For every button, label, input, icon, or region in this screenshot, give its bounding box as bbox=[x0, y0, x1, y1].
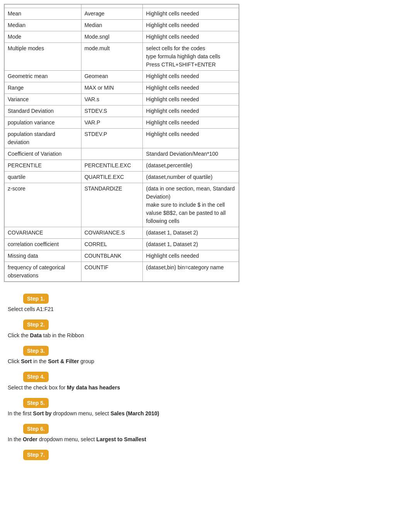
table-cell: Standard Deviation/Mean*100 bbox=[143, 148, 239, 160]
step-text: In the Order dropdown menu, select Large… bbox=[8, 435, 402, 444]
table-cell: Highlight cells needed bbox=[143, 31, 239, 43]
table-cell: QUARTILE.EXC bbox=[81, 172, 143, 183]
header-equation bbox=[143, 5, 239, 8]
step-block: Step 5.In the first Sort by dropdown men… bbox=[8, 398, 402, 418]
table-cell: frequency of categorical observations bbox=[5, 262, 81, 282]
table-cell: Highlight cells needed bbox=[143, 94, 239, 105]
table-cell: Average bbox=[81, 8, 143, 20]
step-block: Step 3.Click Sort in the Sort & Filter g… bbox=[8, 346, 402, 365]
table-cell: Median bbox=[81, 20, 143, 31]
table-cell: population variance bbox=[5, 117, 81, 129]
table-cell: VAR.s bbox=[81, 94, 143, 105]
table-cell: z-score bbox=[5, 183, 81, 227]
table-cell: Mean bbox=[5, 8, 81, 20]
table-cell: MAX or MIN bbox=[81, 82, 143, 94]
table-cell: STANDARDIZE bbox=[81, 183, 143, 227]
step-text: Select the check box for My data has hea… bbox=[8, 384, 402, 392]
step-badge: Step 2. bbox=[23, 320, 49, 330]
header-function bbox=[81, 5, 143, 8]
step-block: Step 6.In the Order dropdown menu, selec… bbox=[8, 424, 402, 444]
table-cell: Highlight cells needed bbox=[143, 105, 239, 117]
step-text: Select cells A1:F21 bbox=[8, 305, 402, 313]
table-cell: Highlight cells needed bbox=[143, 117, 239, 129]
step-block: Step 7. bbox=[8, 450, 402, 461]
table-cell: STDEV.S bbox=[81, 105, 143, 117]
stats-table: MeanAverageHighlight cells neededMedianM… bbox=[4, 4, 239, 282]
table-cell: mode.mult bbox=[81, 43, 143, 71]
table-cell: Highlight cells needed bbox=[143, 71, 239, 82]
step-badge: Step 6. bbox=[23, 424, 49, 434]
table-cell: Standard Deviation bbox=[5, 105, 81, 117]
table-cell: COUNTIF bbox=[81, 262, 143, 282]
step-text: Click the Data tab in the Ribbon bbox=[8, 331, 402, 340]
table-cell: Highlight cells needed bbox=[143, 129, 239, 148]
table-cell: PERCENTILE bbox=[5, 160, 81, 172]
step-text: Click Sort in the Sort & Filter group bbox=[8, 357, 402, 365]
step-block: Step 2.Click the Data tab in the Ribbon bbox=[8, 320, 402, 339]
step-badge: Step 3. bbox=[23, 346, 49, 356]
table-cell: Missing data bbox=[5, 250, 81, 262]
table-cell: Highlight cells needed bbox=[143, 250, 239, 262]
step-badge: Step 4. bbox=[23, 372, 49, 382]
table-cell: Highlight cells needed bbox=[143, 8, 239, 20]
table-cell: Geometric mean bbox=[5, 71, 81, 82]
table-cell: (dataset 1, Dataset 2) bbox=[143, 239, 239, 250]
table-cell: Highlight cells needed bbox=[143, 20, 239, 31]
table-cell: Range bbox=[5, 82, 81, 94]
table-cell: (dataset 1, Dataset 2) bbox=[143, 227, 239, 239]
table-cell bbox=[81, 148, 143, 160]
table-cell: COVARIANCE bbox=[5, 227, 81, 239]
table-cell: Multiple modes bbox=[5, 43, 81, 71]
table-cell: Median bbox=[5, 20, 81, 31]
table-cell: Mode bbox=[5, 31, 81, 43]
table-cell: (dataset,percentile) bbox=[143, 160, 239, 172]
step-badge: Step 5. bbox=[23, 398, 49, 408]
table-cell: (data in one section, mean, Standard Dev… bbox=[143, 183, 239, 227]
table-cell: CORREL bbox=[81, 239, 143, 250]
table-cell: STDEV.P bbox=[81, 129, 143, 148]
step-block: Step 4.Select the check box for My data … bbox=[8, 372, 402, 391]
step-badge: Step 7. bbox=[23, 450, 49, 460]
table-cell: (dataset,bin) bin=category name bbox=[143, 262, 239, 282]
steps-section: Step 1.Select cells A1:F21Step 2.Click t… bbox=[4, 294, 406, 462]
header-needed bbox=[5, 5, 81, 8]
table-cell: (dataset,number of quartile) bbox=[143, 172, 239, 183]
table-cell: PERCENTILE.EXC bbox=[81, 160, 143, 172]
step-text: In the first Sort by dropdown menu, sele… bbox=[8, 410, 402, 418]
step-block: Step 1.Select cells A1:F21 bbox=[8, 294, 402, 313]
steps-container: Step 1.Select cells A1:F21Step 2.Click t… bbox=[8, 294, 402, 462]
table-cell: Highlight cells needed bbox=[143, 82, 239, 94]
table-cell: quartile bbox=[5, 172, 81, 183]
table-cell: select cells for the codestype formula h… bbox=[143, 43, 239, 71]
table-cell: Mode.sngl bbox=[81, 31, 143, 43]
table-cell: Coefficient of Variation bbox=[5, 148, 81, 160]
table-cell: population standard deviation bbox=[5, 129, 81, 148]
table-cell: COVARIANCE.S bbox=[81, 227, 143, 239]
table-cell: VAR.P bbox=[81, 117, 143, 129]
table-cell: correlation coefficient bbox=[5, 239, 81, 250]
table-cell: Variance bbox=[5, 94, 81, 105]
step-badge: Step 1. bbox=[23, 294, 49, 304]
table-cell: Geomean bbox=[81, 71, 143, 82]
table-cell: COUNTBLANK bbox=[81, 250, 143, 262]
